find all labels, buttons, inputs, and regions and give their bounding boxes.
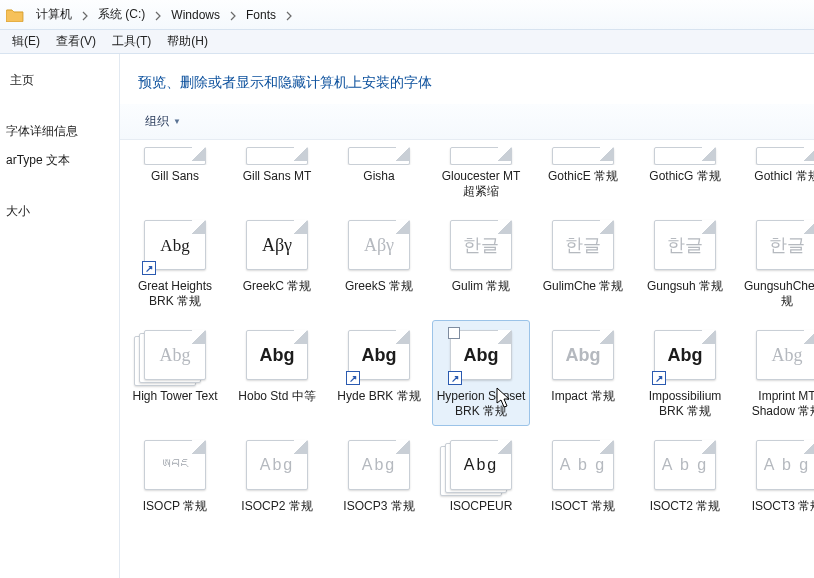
font-item[interactable]: AbgImpact 常规: [534, 320, 632, 426]
font-item[interactable]: Gill Sans MT: [228, 142, 326, 206]
page-title: 预览、删除或者显示和隐藏计算机上安装的字体: [120, 54, 814, 104]
font-thumbnail: [646, 147, 724, 165]
font-item[interactable]: A b gISOCT3 常规: [738, 430, 814, 521]
font-item[interactable]: GothicI 常规: [738, 142, 814, 206]
sidebar-link-size[interactable]: 大小: [0, 197, 119, 226]
font-sample: ཨབཇ: [136, 457, 214, 474]
chevron-right-icon[interactable]: [155, 10, 161, 20]
font-sample: Abg: [340, 346, 418, 364]
font-label: ISOCP3 常规: [343, 499, 414, 514]
font-sample: Abg: [442, 346, 520, 364]
font-item[interactable]: Abg↗Impossibilium BRK 常规: [636, 320, 734, 426]
font-label: Gisha: [363, 169, 394, 184]
font-thumbnail: A b g: [544, 435, 622, 495]
font-item[interactable]: AbgISOCPEUR: [432, 430, 530, 521]
font-item[interactable]: Gloucester MT 超紧缩: [432, 142, 530, 206]
font-thumbnail: Abg: [442, 435, 520, 495]
font-item[interactable]: Abg↗Great Heights BRK 常规: [126, 210, 224, 316]
font-label: Impossibilium BRK 常规: [639, 389, 731, 419]
chevron-right-icon[interactable]: [230, 10, 236, 20]
font-label: GreekC 常规: [243, 279, 312, 294]
font-thumbnail: Abg: [238, 435, 316, 495]
address-bar[interactable]: 计算机 系统 (C:) Windows Fonts: [0, 0, 814, 30]
font-thumbnail: A b g: [748, 435, 814, 495]
font-item[interactable]: 한글Gulim 常规: [432, 210, 530, 316]
menu-tools[interactable]: 工具(T): [104, 31, 159, 52]
sidebar: 主页 字体详细信息 arType 文本 大小: [0, 54, 120, 578]
menu-help[interactable]: 帮助(H): [159, 31, 216, 52]
font-sample: A b g: [748, 457, 814, 473]
chevron-right-icon[interactable]: [82, 10, 88, 20]
dropdown-icon: ▼: [173, 117, 181, 126]
selection-checkbox[interactable]: [448, 327, 460, 339]
content-area: 预览、删除或者显示和隐藏计算机上安装的字体 组织 ▼ Gill SansGill…: [120, 54, 814, 578]
font-label: GreekS 常规: [345, 279, 413, 294]
font-thumbnail: [136, 147, 214, 165]
breadcrumb-item[interactable]: 系统 (C:): [92, 4, 151, 25]
font-item[interactable]: 한글Gungsuh 常规: [636, 210, 734, 316]
font-sample: Abg: [340, 457, 418, 473]
menu-bar: 辑(E) 查看(V) 工具(T) 帮助(H): [0, 30, 814, 54]
font-item[interactable]: GothicG 常规: [636, 142, 734, 206]
font-item[interactable]: Gisha: [330, 142, 428, 206]
font-thumbnail: 한글: [544, 215, 622, 275]
font-thumbnail: Αβγ: [238, 215, 316, 275]
font-thumbnail: [748, 147, 814, 165]
font-sample: Abg: [544, 346, 622, 364]
font-item[interactable]: ཨབཇISOCP 常规: [126, 430, 224, 521]
font-label: ISOCT 常规: [551, 499, 615, 514]
sidebar-heading-home[interactable]: 主页: [0, 66, 119, 95]
font-item[interactable]: AbgHigh Tower Text: [126, 320, 224, 426]
font-label: Imprint MT Shadow 常规: [741, 389, 814, 419]
font-sample: A b g: [646, 457, 724, 473]
font-sample: Αβγ: [238, 236, 316, 254]
font-thumbnail: Abg↗: [442, 325, 520, 385]
font-grid-scroll[interactable]: Gill SansGill Sans MTGishaGloucester MT …: [120, 140, 814, 578]
font-item[interactable]: AbgISOCP2 常规: [228, 430, 326, 521]
font-thumbnail: ཨབཇ: [136, 435, 214, 495]
font-item[interactable]: 한글GungsuhChe 常规: [738, 210, 814, 316]
font-label: ISOCP 常规: [143, 499, 207, 514]
sidebar-link-cleartype[interactable]: arType 文本: [0, 146, 119, 175]
font-sample: 한글: [748, 236, 814, 254]
font-item[interactable]: 한글GulimChe 常规: [534, 210, 632, 316]
font-sample: Abg: [748, 346, 814, 364]
font-item[interactable]: A b gISOCT2 常规: [636, 430, 734, 521]
font-item[interactable]: AbgHobo Std 中等: [228, 320, 326, 426]
font-thumbnail: Abg↗: [340, 325, 418, 385]
font-label: Gulim 常规: [452, 279, 511, 294]
folder-icon: [6, 7, 24, 23]
font-item[interactable]: ΑβγGreekS 常规: [330, 210, 428, 316]
font-item[interactable]: Abg↗Hyde BRK 常规: [330, 320, 428, 426]
font-label: Gungsuh 常规: [647, 279, 723, 294]
font-item[interactable]: Abg↗Hyperion Sunset BRK 常规: [432, 320, 530, 426]
font-label: Impact 常规: [551, 389, 614, 404]
font-label: High Tower Text: [133, 389, 218, 404]
breadcrumb-item[interactable]: Fonts: [240, 6, 282, 24]
font-item[interactable]: GothicE 常规: [534, 142, 632, 206]
font-thumbnail: Abg: [748, 325, 814, 385]
font-label: Gloucester MT 超紧缩: [435, 169, 527, 199]
font-sample: Abg: [136, 346, 214, 364]
organize-label: 组织: [145, 113, 169, 130]
font-item[interactable]: AbgImprint MT Shadow 常规: [738, 320, 814, 426]
font-thumbnail: [544, 147, 622, 165]
shortcut-overlay-icon: ↗: [448, 371, 462, 385]
font-item[interactable]: Gill Sans: [126, 142, 224, 206]
font-item[interactable]: A b gISOCT 常规: [534, 430, 632, 521]
font-item[interactable]: ΑβγGreekC 常规: [228, 210, 326, 316]
font-label: GungsuhChe 常规: [741, 279, 814, 309]
organize-button[interactable]: 组织 ▼: [138, 110, 190, 133]
font-thumbnail: Abg: [340, 435, 418, 495]
menu-edit[interactable]: 辑(E): [4, 31, 48, 52]
font-label: GothicE 常规: [548, 169, 618, 184]
breadcrumb-item[interactable]: 计算机: [30, 4, 78, 25]
font-thumbnail: Αβγ: [340, 215, 418, 275]
font-thumbnail: Abg↗: [136, 215, 214, 275]
sidebar-link-font-details[interactable]: 字体详细信息: [0, 117, 119, 146]
menu-view[interactable]: 查看(V): [48, 31, 104, 52]
font-sample: Abg: [646, 346, 724, 364]
chevron-right-icon[interactable]: [286, 10, 292, 20]
breadcrumb-item[interactable]: Windows: [165, 6, 226, 24]
font-item[interactable]: AbgISOCP3 常规: [330, 430, 428, 521]
